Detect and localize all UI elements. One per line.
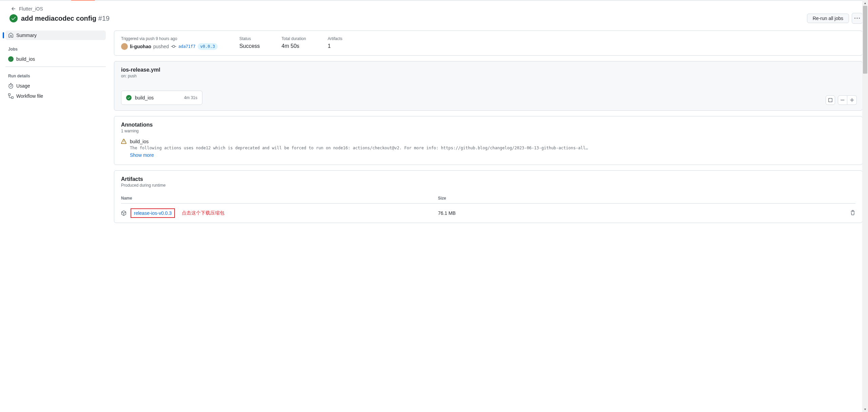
show-more-link[interactable]: Show more bbox=[130, 152, 154, 158]
zoom-out-button[interactable] bbox=[838, 95, 847, 105]
annotations-title: Annotations bbox=[121, 122, 855, 128]
sidebar-workflow-file-label: Workflow file bbox=[16, 93, 43, 99]
stopwatch-icon bbox=[8, 83, 14, 89]
commit-sha-link[interactable]: ada71f7 bbox=[178, 44, 196, 49]
duration-label: Total duration bbox=[281, 36, 306, 41]
scroll-thumb[interactable] bbox=[863, 6, 867, 74]
home-icon bbox=[8, 33, 14, 38]
warning-icon bbox=[121, 139, 126, 144]
sidebar-run-details-heading: Run details bbox=[5, 71, 106, 81]
top-border bbox=[0, 0, 868, 1]
annotation-note: 点击这个下载压缩包 bbox=[182, 210, 224, 216]
user-link[interactable]: li-guohao bbox=[130, 44, 151, 49]
workflow-graph-card: ios-release.yml on: push build_ios 4m 31… bbox=[114, 61, 863, 111]
run-summary-card: Triggered via push 9 hours ago li-guohao… bbox=[114, 31, 863, 56]
artifacts-card: Artifacts Produced during runtime Name S… bbox=[114, 170, 863, 223]
job-name: build_ios bbox=[135, 95, 154, 100]
tag-badge[interactable]: v0.0.3 bbox=[198, 43, 218, 50]
annotation-job-name: build_ios bbox=[130, 139, 149, 144]
commit-icon bbox=[171, 44, 176, 49]
annotations-card: Annotations 1 warning build_ios The foll… bbox=[114, 116, 863, 165]
annotations-subtitle: 1 warning bbox=[121, 129, 855, 133]
scroll-up-button[interactable]: ▴ bbox=[862, 0, 868, 6]
sidebar-summary-label: Summary bbox=[16, 33, 37, 38]
trash-icon[interactable] bbox=[850, 210, 855, 216]
sidebar-item-job-build-ios[interactable]: build_ios bbox=[5, 54, 106, 64]
artifacts-count-value: 1 bbox=[328, 43, 342, 49]
success-icon bbox=[8, 56, 14, 62]
artifact-download-link[interactable]: release-ios-v0.0.3 bbox=[131, 208, 175, 218]
artifact-row: release-ios-v0.0.3 点击这个下载压缩包 76.1 MB bbox=[121, 204, 855, 223]
kebab-menu-button[interactable] bbox=[852, 13, 863, 24]
avatar bbox=[121, 43, 128, 50]
breadcrumb-workflow-link[interactable]: Flutter_iOS bbox=[19, 6, 43, 12]
annotation-message: The following actions uses node12 which … bbox=[130, 146, 855, 150]
sidebar: Summary Jobs build_ios Run details Usage… bbox=[5, 31, 106, 228]
status-label: Status bbox=[239, 36, 260, 41]
sidebar-usage-label: Usage bbox=[16, 83, 30, 89]
workflow-file-name: ios-release.yml bbox=[121, 67, 855, 73]
fullscreen-button[interactable] bbox=[826, 95, 835, 105]
sidebar-item-summary[interactable]: Summary bbox=[5, 31, 106, 40]
sidebar-item-usage[interactable]: Usage bbox=[5, 81, 106, 91]
sidebar-jobs-heading: Jobs bbox=[5, 44, 106, 54]
pushed-verb: pushed bbox=[153, 44, 169, 49]
breadcrumb: Flutter_iOS bbox=[11, 6, 863, 12]
back-arrow-icon[interactable] bbox=[11, 6, 16, 12]
artifacts-subtitle: Produced during runtime bbox=[121, 183, 855, 188]
status-value: Success bbox=[239, 43, 260, 49]
job-duration: 4m 31s bbox=[184, 95, 197, 100]
artifacts-col-name: Name bbox=[121, 193, 438, 204]
artifact-size: 76.1 MB bbox=[438, 204, 842, 223]
zoom-in-button[interactable] bbox=[847, 95, 857, 105]
main-content: Triggered via push 9 hours ago li-guohao… bbox=[114, 31, 863, 228]
page-title: add mediacodec config #19 bbox=[21, 15, 110, 22]
workflow-icon bbox=[8, 93, 14, 99]
triggered-label: Triggered via push 9 hours ago bbox=[121, 36, 218, 41]
workflow-trigger: on: push bbox=[121, 74, 855, 78]
success-icon bbox=[126, 95, 132, 100]
job-box-build-ios[interactable]: build_ios 4m 31s bbox=[121, 91, 202, 105]
duration-value: 4m 50s bbox=[281, 43, 306, 49]
sidebar-job-label: build_ios bbox=[16, 56, 35, 62]
artifacts-col-size: Size bbox=[438, 193, 842, 204]
success-icon bbox=[9, 14, 18, 22]
package-icon bbox=[121, 210, 126, 216]
vertical-scrollbar[interactable]: ▴ ▾ bbox=[862, 0, 868, 234]
artifacts-count-label: Artifacts bbox=[328, 36, 342, 41]
rerun-all-jobs-button[interactable]: Re-run all jobs bbox=[807, 14, 849, 23]
artifacts-title: Artifacts bbox=[121, 176, 855, 182]
sidebar-item-workflow-file[interactable]: Workflow file bbox=[5, 91, 106, 101]
